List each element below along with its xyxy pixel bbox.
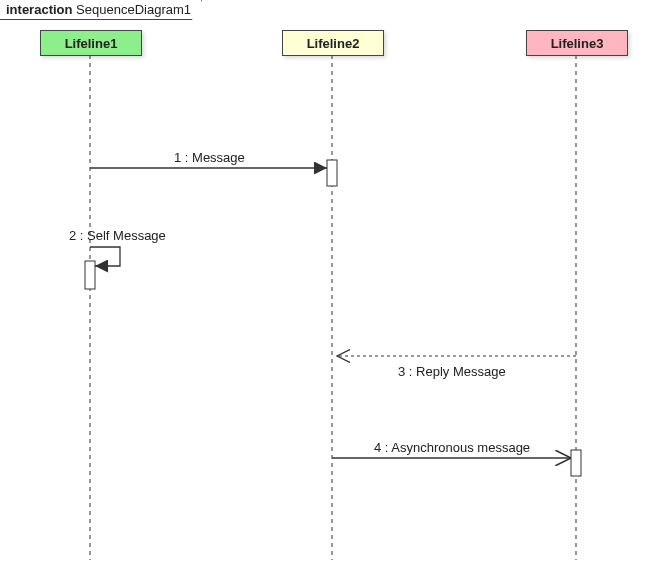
lifeline-3-label: Lifeline3 [551, 36, 604, 51]
activation-l1-m2 [85, 261, 95, 289]
message-1-label: 1 : Message [174, 150, 245, 165]
message-2-label: 2 : Self Message [69, 228, 166, 243]
lifeline-1-header: Lifeline1 [40, 30, 142, 56]
lifeline-1-label: Lifeline1 [65, 36, 118, 51]
activation-l3-m4 [571, 450, 581, 476]
diagram-canvas [0, 0, 655, 564]
message-3-label: 3 : Reply Message [398, 364, 506, 379]
activation-l2-m1 [327, 160, 337, 186]
lifeline-2-header: Lifeline2 [282, 30, 384, 56]
lifeline-2-label: Lifeline2 [307, 36, 360, 51]
lifeline-3-header: Lifeline3 [526, 30, 628, 56]
message-4-label: 4 : Asynchronous message [374, 440, 530, 455]
